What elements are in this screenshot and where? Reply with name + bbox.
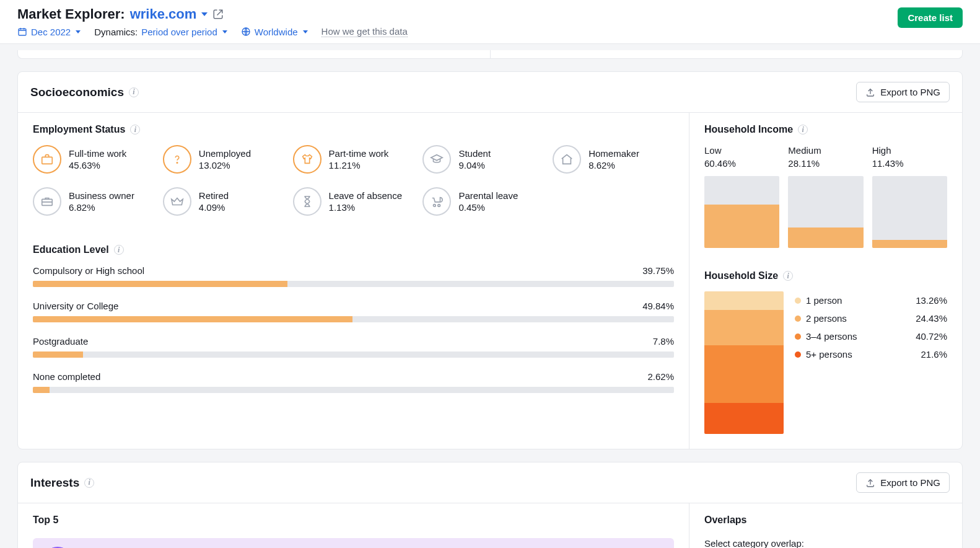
info-icon[interactable]: i — [84, 478, 94, 488]
employment-item: Student 9.04% — [422, 145, 544, 174]
education-level-title: Education Level i — [33, 244, 124, 255]
employment-item: Leave of absence 1.13% — [293, 187, 414, 216]
interest-item[interactable]: Computer Software & Development — [33, 538, 674, 548]
gradcap-icon — [422, 145, 451, 174]
overlaps-title: Overlaps — [704, 515, 947, 526]
household-label: 1 person — [806, 295, 842, 306]
income-column: Low 60.46% — [704, 145, 779, 248]
education-label: None completed — [33, 371, 100, 382]
export-png-button[interactable]: Export to PNG — [856, 82, 950, 102]
employment-value: 45.63% — [69, 160, 126, 170]
svg-point-3 — [177, 162, 177, 163]
legend-dot-icon — [795, 351, 801, 358]
crown-icon — [163, 187, 191, 216]
education-row: Compulsory or High school 39.75% — [33, 265, 674, 287]
employment-value: 8.62% — [588, 160, 639, 170]
education-row: None completed 2.62% — [33, 371, 674, 393]
household-segment — [704, 310, 784, 345]
date-filter[interactable]: Dec 2022 — [17, 27, 81, 37]
employment-name: Business owner — [69, 190, 134, 201]
home-icon — [553, 145, 581, 174]
info-icon[interactable]: i — [114, 245, 124, 255]
income-value: 11.43% — [872, 158, 947, 169]
income-bar — [788, 176, 863, 248]
chevron-down-icon — [76, 30, 81, 33]
employment-value: 6.82% — [69, 202, 134, 213]
how-we-get-data-link[interactable]: How we get this data — [322, 26, 408, 37]
education-value: 39.75% — [642, 265, 674, 276]
date-filter-value: Dec 2022 — [31, 27, 71, 37]
household-label: 3–4 persons — [806, 331, 857, 342]
dynamics-filter[interactable]: Dynamics: Period over period — [94, 27, 227, 37]
legend-dot-icon — [795, 298, 801, 304]
legend-dot-icon — [795, 334, 801, 340]
employment-value: 4.09% — [199, 202, 229, 213]
household-segment — [704, 403, 784, 434]
employment-item: Business owner 6.82% — [33, 187, 154, 216]
export-png-button[interactable]: Export to PNG — [856, 472, 950, 493]
svg-rect-2 — [42, 157, 53, 164]
education-bar — [33, 387, 674, 393]
employment-value: 13.02% — [199, 160, 251, 170]
household-value: 40.72% — [916, 331, 947, 342]
page-title-prefix: Market Explorer: — [17, 6, 125, 22]
interests-title: Interests i — [30, 476, 94, 490]
education-row: University or College 49.84% — [33, 301, 674, 322]
dynamics-label: Dynamics: — [94, 27, 138, 37]
chevron-down-icon — [222, 30, 227, 33]
employment-value: 9.04% — [458, 160, 491, 170]
question-icon — [163, 145, 191, 174]
education-value: 49.84% — [642, 301, 674, 311]
education-bar — [33, 351, 674, 358]
employment-item: Retired 4.09% — [163, 187, 284, 216]
hourglass-icon — [293, 187, 322, 216]
region-filter[interactable]: Worldwide — [241, 27, 308, 37]
income-label: Low — [704, 145, 779, 156]
education-row: Postgraduate 7.8% — [33, 336, 674, 358]
employment-name: Student — [458, 148, 491, 159]
case2-icon — [33, 187, 61, 216]
info-icon[interactable]: i — [129, 87, 139, 97]
info-icon[interactable]: i — [783, 271, 793, 281]
socioeconomics-title-text: Socioeconomics — [30, 86, 124, 99]
household-label: 2 persons — [806, 313, 847, 324]
employment-value: 11.21% — [329, 160, 389, 170]
household-value: 21.6% — [921, 349, 947, 360]
income-bar — [704, 176, 779, 248]
external-link-icon[interactable] — [212, 9, 224, 20]
household-segment — [704, 291, 784, 310]
previous-card-stub — [17, 50, 963, 59]
create-list-button[interactable]: Create list — [898, 7, 963, 28]
info-icon[interactable]: i — [798, 125, 808, 135]
employment-name: Unemployed — [199, 148, 251, 159]
income-value: 60.46% — [704, 158, 779, 169]
education-label: Compulsory or High school — [33, 265, 144, 276]
employment-value: 1.13% — [329, 202, 402, 213]
stroller-icon — [422, 187, 451, 216]
education-label: University or College — [33, 301, 118, 311]
education-bar — [33, 316, 674, 322]
household-value: 13.26% — [916, 295, 947, 306]
income-label: High — [872, 145, 947, 156]
household-value: 24.43% — [916, 313, 947, 324]
income-column: High 11.43% — [872, 145, 947, 248]
household-income-title: Household Income i — [704, 124, 808, 135]
domain-selector[interactable]: wrike.com — [130, 6, 208, 22]
export-label: Export to PNG — [880, 87, 940, 97]
income-label: Medium — [788, 145, 863, 156]
overlap-subtitle: Select category overlap: — [704, 538, 947, 548]
info-icon[interactable]: i — [130, 125, 140, 135]
svg-point-5 — [434, 205, 436, 207]
household-segment — [704, 345, 784, 404]
income-column: Medium 28.11% — [788, 145, 863, 248]
employment-status-title: Employment Status i — [33, 124, 140, 135]
region-value: Worldwide — [255, 27, 298, 37]
domain-name: wrike.com — [130, 6, 197, 22]
employment-item: Parental leave 0.45% — [422, 187, 544, 216]
household-legend-row: 2 persons 24.43% — [795, 309, 947, 327]
employment-item: Full-time work 45.63% — [33, 145, 154, 174]
interests-card: Interests i Export to PNG Top 5 Computer… — [17, 462, 963, 548]
employment-name: Leave of absence — [329, 190, 402, 201]
education-value: 2.62% — [647, 371, 674, 382]
briefcase-icon — [33, 145, 61, 174]
